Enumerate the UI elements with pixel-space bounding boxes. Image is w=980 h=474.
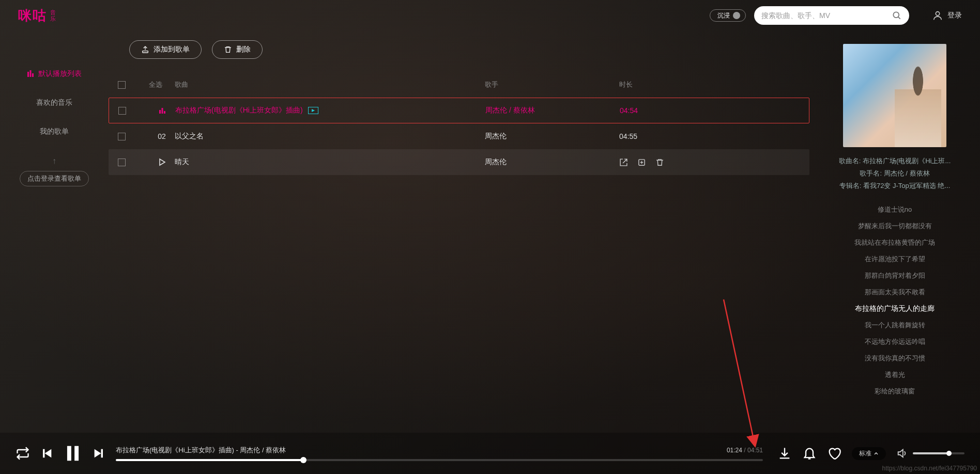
header: 咪咕 音乐 沉浸 登录 bbox=[0, 0, 980, 31]
artist-cell: 周杰伦 bbox=[485, 157, 619, 167]
sidebar-item-my-playlists[interactable]: 我的歌单 bbox=[0, 117, 109, 146]
svg-rect-5 bbox=[32, 73, 34, 77]
song-title: 以父之名 bbox=[175, 132, 204, 141]
row-checkbox[interactable] bbox=[118, 159, 126, 166]
login-hint-button[interactable]: 点击登录查看歌单 bbox=[20, 171, 89, 186]
now-playing-title: 布拉格广场(电视剧《Hi上班女郎》插曲) - 周杰伦 / 蔡依林 bbox=[116, 446, 286, 455]
notification-button[interactable] bbox=[802, 446, 817, 461]
sidebar-login-prompt: ↑ 点击登录查看歌单 bbox=[20, 156, 89, 186]
lyric-line[interactable]: 修道士说no bbox=[878, 205, 912, 214]
search-box[interactable] bbox=[754, 6, 909, 25]
svg-rect-4 bbox=[30, 70, 32, 77]
play-icon[interactable] bbox=[149, 158, 175, 166]
login-label: 登录 bbox=[947, 11, 962, 20]
logo-text: 咪咕 bbox=[18, 7, 47, 25]
trash-icon[interactable] bbox=[655, 158, 664, 167]
lyric-line[interactable]: 梦醒来后我一切都都没有 bbox=[858, 222, 932, 231]
track-area: 布拉格广场(电视剧《Hi上班女郎》插曲) - 周杰伦 / 蔡依林 01:24 /… bbox=[116, 446, 763, 461]
svg-point-0 bbox=[893, 12, 899, 18]
list-row[interactable]: 02 以父之名 周杰伦 04:55 bbox=[109, 123, 809, 149]
immersive-toggle[interactable]: 沉浸 bbox=[710, 9, 746, 22]
play-pause-button[interactable] bbox=[63, 444, 83, 463]
sidebar-item-label: 我的歌单 bbox=[40, 127, 69, 136]
song-title-cell: 布拉格广场(电视剧《Hi上班女郎》插曲) bbox=[175, 106, 485, 115]
player-bar: 布拉格广场(电视剧《Hi上班女郎》插曲) - 周杰伦 / 蔡依林 01:24 /… bbox=[0, 433, 980, 474]
button-label: 添加到歌单 bbox=[154, 45, 190, 54]
sidebar: 默认播放列表 喜欢的音乐 我的歌单 ↑ 点击登录查看歌单 bbox=[0, 31, 109, 433]
row-checkbox[interactable] bbox=[118, 133, 126, 140]
toggle-dot-icon bbox=[733, 12, 740, 19]
time-display: 01:24 / 04:51 bbox=[727, 447, 763, 454]
list-row[interactable]: 布拉格广场(电视剧《Hi上班女郎》插曲) 周杰伦 / 蔡依林 04:54 bbox=[109, 98, 809, 123]
now-playing-bars-icon bbox=[149, 107, 175, 114]
next-button[interactable] bbox=[92, 446, 106, 461]
svg-rect-13 bbox=[74, 446, 79, 461]
progress-bar[interactable] bbox=[116, 459, 763, 461]
album-art[interactable] bbox=[843, 44, 946, 147]
svg-rect-6 bbox=[143, 51, 148, 53]
trash-icon bbox=[224, 45, 232, 54]
mv-badge-icon[interactable] bbox=[308, 107, 318, 114]
prev-button[interactable] bbox=[39, 446, 54, 461]
lyric-line[interactable]: 布拉格的广场无人的走廊 bbox=[855, 304, 935, 313]
row-number: 02 bbox=[149, 132, 175, 140]
share-icon[interactable] bbox=[619, 158, 628, 167]
player-right-controls: 标准 bbox=[777, 446, 964, 461]
lyric-line[interactable]: 透着光 bbox=[885, 370, 905, 380]
svg-rect-7 bbox=[159, 110, 161, 114]
song-title-cell: 以父之名 bbox=[175, 132, 485, 141]
svg-rect-3 bbox=[27, 72, 29, 77]
duration-cell: 04:54 bbox=[620, 106, 702, 115]
watermark: https://blog.csdn.net/fei347795790 bbox=[882, 465, 977, 472]
col-artist: 歌手 bbox=[485, 80, 619, 89]
progress-thumb[interactable] bbox=[300, 457, 307, 463]
lyric-line[interactable]: 不远地方你远远吟唱 bbox=[865, 337, 925, 346]
add-playlist-icon bbox=[141, 45, 149, 54]
lyric-line[interactable]: 没有我你真的不习惯 bbox=[865, 354, 925, 363]
lyric-line[interactable]: 我一个人跳着舞旋转 bbox=[865, 321, 925, 330]
add-icon[interactable] bbox=[637, 158, 646, 167]
row-actions bbox=[619, 158, 702, 167]
right-panel: 歌曲名: 布拉格广场(电视剧《Hi上班... 歌手名: 周杰伦 / 蔡依林 专辑… bbox=[809, 31, 980, 433]
logo[interactable]: 咪咕 音乐 bbox=[18, 7, 56, 25]
lyric-line[interactable]: 那画面太美我不敢看 bbox=[865, 288, 925, 297]
button-label: 删除 bbox=[236, 45, 251, 54]
list-header: 全选 歌曲 歌手 时长 bbox=[109, 72, 809, 98]
sidebar-item-default-playlist[interactable]: 默认播放列表 bbox=[0, 59, 109, 88]
loop-button[interactable] bbox=[16, 446, 30, 461]
lyric-line[interactable]: 我就站在布拉格黄昏的广场 bbox=[854, 238, 935, 247]
row-checkbox[interactable] bbox=[118, 107, 126, 115]
col-song: 歌曲 bbox=[175, 80, 485, 89]
lyric-line[interactable]: 那群白鸽背对着夕阳 bbox=[865, 271, 925, 280]
progress-fill bbox=[116, 459, 303, 461]
main-content: 添加到歌单 删除 全选 歌曲 歌手 时长 bbox=[109, 31, 809, 433]
quality-label: 标准 bbox=[859, 449, 871, 458]
song-title-cell: 晴天 bbox=[175, 157, 485, 167]
sidebar-item-label: 喜欢的音乐 bbox=[36, 98, 72, 107]
like-button[interactable] bbox=[827, 446, 841, 461]
add-to-playlist-button[interactable]: 添加到歌单 bbox=[129, 40, 202, 59]
up-arrow-icon: ↑ bbox=[52, 156, 56, 166]
volume-thumb[interactable] bbox=[946, 451, 952, 456]
delete-button[interactable]: 删除 bbox=[212, 40, 263, 59]
lyric-line[interactable]: 在许愿池投下了希望 bbox=[865, 255, 925, 264]
login-button[interactable]: 登录 bbox=[932, 10, 962, 21]
search-icon[interactable] bbox=[892, 10, 902, 21]
list-row[interactable]: 晴天 周杰伦 bbox=[109, 149, 809, 175]
duration-cell: 04:55 bbox=[619, 132, 702, 140]
select-all-checkbox[interactable] bbox=[118, 81, 126, 89]
artist-cell: 周杰伦 bbox=[485, 132, 619, 141]
meta-artist: 歌手名: 周杰伦 / 蔡依林 bbox=[822, 169, 968, 178]
volume-control bbox=[896, 448, 964, 459]
chevron-up-icon bbox=[874, 451, 879, 456]
artist-cell: 周杰伦 / 蔡依林 bbox=[485, 106, 620, 115]
svg-rect-12 bbox=[67, 446, 71, 461]
quality-button[interactable]: 标准 bbox=[852, 447, 886, 460]
sidebar-item-liked[interactable]: 喜欢的音乐 bbox=[0, 88, 109, 117]
volume-icon[interactable] bbox=[896, 448, 908, 459]
download-button[interactable] bbox=[777, 446, 792, 461]
toolbar: 添加到歌单 删除 bbox=[109, 40, 809, 59]
volume-slider[interactable] bbox=[913, 452, 964, 454]
search-input[interactable] bbox=[761, 11, 887, 20]
lyric-line[interactable]: 彩绘的玻璃窗 bbox=[875, 387, 915, 396]
